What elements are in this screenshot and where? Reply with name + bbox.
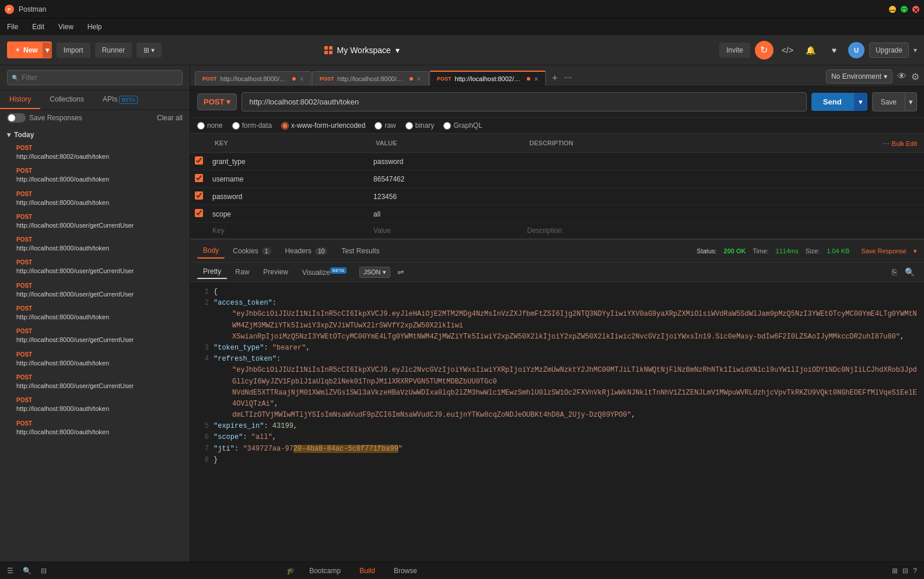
new-button[interactable]: ＋ New ▾ [7,41,52,58]
format-select[interactable]: JSON ▾ [359,267,390,278]
bootcamp-icon[interactable]: 🎓 [286,567,295,575]
body-option-none[interactable]: none [197,121,223,130]
body-option-raw[interactable]: raw [374,121,396,130]
sidebar-history-item[interactable]: POSThttp://localhost:8000/oauth/token [0,302,190,325]
resp-tab-test-results[interactable]: Test Results [335,244,385,258]
build-tab[interactable]: Build [355,567,380,575]
tab-history[interactable]: History [0,90,40,109]
grid-icon[interactable]: ⊟ [902,567,908,575]
url-input[interactable] [242,92,806,111]
row-description[interactable] [523,205,743,223]
copy-button[interactable]: ⎘ [890,266,899,278]
body-radio-graphql[interactable] [443,122,451,130]
sidebar-history-item[interactable]: POSThttp://localhost:8000/user/getCurren… [0,371,190,393]
format-tab-pretty[interactable]: Pretty [197,265,227,279]
resp-tab-cookies[interactable]: Cookies 1 [227,244,276,258]
send-dropdown-button[interactable]: ▾ [853,93,867,111]
tab-close-1[interactable]: ✕ [416,76,421,82]
settings-button[interactable]: ⚙ [911,71,919,82]
sidebar-history-item[interactable]: POSThttp://localhost:8000/oauth/token [0,164,190,187]
environment-selector[interactable]: No Environment ▾ [826,69,892,83]
sidebar-history-item[interactable]: POSThttp://localhost:8000/oauth/token [0,393,190,416]
row-key[interactable]: username [208,170,369,188]
tab-collections[interactable]: Collections [40,90,93,109]
save-dropdown-button[interactable]: ▾ [905,92,917,111]
today-section-header[interactable]: ▾ Today [0,128,190,141]
req-tab-1[interactable]: POST http://localhost:8000/us... ✕ [312,71,429,86]
layout-switcher[interactable]: ⊞ [892,567,898,575]
send-button[interactable]: Send [811,93,853,111]
notification-button[interactable]: 🔔 [802,41,820,60]
format-tab-visualize[interactable]: VisualizeBETA [296,266,352,279]
row-checkbox[interactable] [195,174,203,182]
maximize-button[interactable]: □ [901,6,908,13]
req-tab-0[interactable]: POST http://localhost:8000/oa... ✕ [195,71,312,86]
tab-close-0[interactable]: ✕ [299,76,304,82]
body-radio-urlencoded[interactable] [281,122,289,130]
row-checkbox[interactable] [195,191,203,200]
row-checkbox-cell[interactable] [190,153,208,170]
tab-close-2[interactable]: ✕ [534,76,538,82]
close-button[interactable]: ✕ [912,6,919,13]
empty-key[interactable]: Key [208,223,369,239]
heart-button[interactable]: ♥ [825,41,844,60]
save-response-button[interactable]: Save Response [861,247,907,254]
row-checkbox-cell[interactable] [190,170,208,188]
req-tab-2[interactable]: POST http://localhost:8002/oa... ✕ [429,71,546,86]
body-radio-binary[interactable] [405,122,413,130]
sidebar-history-item[interactable]: POSThttp://localhost:8000/user/getCurren… [0,325,190,347]
more-tabs-button[interactable]: ··· [563,72,573,83]
row-checkbox-cell[interactable] [190,188,208,205]
search-response-button[interactable]: 🔍 [902,266,917,278]
row-description[interactable] [523,153,743,170]
bulk-edit-button[interactable]: Bulk Edit [892,140,917,147]
wrap-icon-btn[interactable]: ⇌ [397,267,404,277]
row-key[interactable]: password [208,188,369,205]
row-value[interactable]: password [369,153,522,170]
format-tab-preview[interactable]: Preview [257,266,294,278]
row-key[interactable]: grant_type [208,153,369,170]
format-tab-raw[interactable]: Raw [229,266,255,278]
row-checkbox[interactable] [195,156,203,165]
row-description[interactable] [523,170,743,188]
runner-button[interactable]: Runner [95,43,132,58]
save-responses-toggle[interactable] [7,113,26,123]
save-button[interactable]: Save [872,92,905,111]
layout-icon-bottom[interactable]: ⊟ [41,567,47,575]
menu-help[interactable]: Help [85,22,104,32]
sidebar-history-item[interactable]: POSThttp://localhost:8002/oauth/token [0,141,190,164]
layout-button[interactable]: ⊞ ▾ [136,43,162,58]
tab-apis[interactable]: APIsBETA [93,90,147,109]
method-select[interactable]: POST ▾ [197,93,237,110]
upgrade-button[interactable]: Upgrade [869,43,909,58]
import-button[interactable]: Import [57,43,90,58]
sidebar-history-item[interactable]: POSThttp://localhost:8000/user/getCurren… [0,279,190,302]
sidebar-toggle[interactable]: ☰ [7,567,13,575]
new-dropdown-arrow[interactable]: ▾ [43,43,52,58]
row-value[interactable]: 86547462 [369,170,522,188]
upgrade-dropdown[interactable]: ▾ [914,46,917,54]
empty-description[interactable]: Description [523,223,743,239]
browse-tab[interactable]: Browse [389,567,422,575]
body-option-form-data[interactable]: form-data [232,121,272,130]
body-radio-raw[interactable] [374,122,382,130]
avatar[interactable]: U [848,42,864,58]
sync-button[interactable]: ↻ [755,41,774,60]
workspace-selector[interactable]: My Workspace ▾ [324,46,400,55]
empty-value[interactable]: Value [369,223,522,239]
body-option-binary[interactable]: binary [405,121,435,130]
menu-file[interactable]: File [5,22,20,32]
row-value[interactable]: all [369,205,522,223]
body-option-graphql[interactable]: GraphQL [443,121,482,130]
row-checkbox-cell[interactable] [190,205,208,223]
body-radio-form-data[interactable] [232,122,240,130]
add-tab-button[interactable]: ＋ [549,72,561,83]
invite-button[interactable]: Invite [719,43,750,58]
help-icon[interactable]: ? [913,567,917,575]
minimize-button[interactable]: ─ [889,6,896,13]
eye-button[interactable]: 👁 [897,71,907,82]
body-radio-none[interactable] [197,122,205,130]
row-description[interactable] [523,188,743,205]
sidebar-history-item[interactable]: POSThttp://localhost:8000/oauth/token [0,417,190,440]
search-icon-bottom[interactable]: 🔍 [23,567,32,575]
